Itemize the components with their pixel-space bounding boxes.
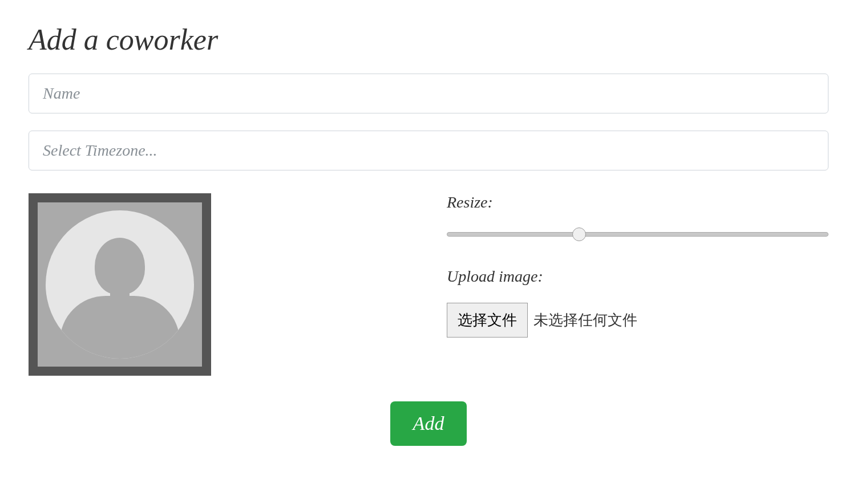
page-title: Add a coworker xyxy=(29,23,828,56)
avatar-placeholder-icon xyxy=(38,202,202,367)
controls-column: Resize: Upload image: 选择文件 未选择任何文件 xyxy=(447,193,828,376)
timezone-select[interactable] xyxy=(29,131,828,170)
file-input-wrap: 选择文件 未选择任何文件 xyxy=(447,303,828,338)
upload-label: Upload image: xyxy=(447,267,828,286)
file-status-text: 未选择任何文件 xyxy=(533,310,637,330)
add-coworker-form: Add a coworker Resize: xyxy=(29,23,828,446)
upload-section: Upload image: 选择文件 未选择任何文件 xyxy=(447,267,828,338)
resize-section: Resize: xyxy=(447,193,828,239)
content-row: Resize: Upload image: 选择文件 未选择任何文件 xyxy=(29,193,828,376)
add-button[interactable]: Add xyxy=(390,401,467,446)
choose-file-button[interactable]: 选择文件 xyxy=(447,303,528,338)
button-row: Add xyxy=(29,401,828,446)
avatar-column xyxy=(29,193,413,376)
resize-label: Resize: xyxy=(447,193,828,212)
avatar-frame xyxy=(29,193,211,376)
name-input[interactable] xyxy=(29,74,828,113)
resize-slider[interactable] xyxy=(447,232,828,237)
